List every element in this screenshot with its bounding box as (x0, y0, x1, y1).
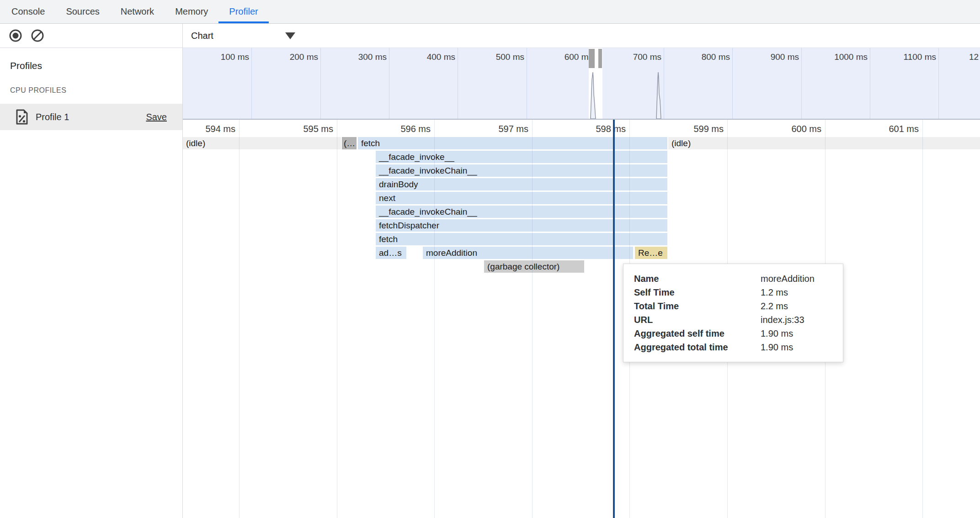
selection-handle[interactable] (589, 49, 595, 68)
timeline-gridline (239, 120, 240, 518)
profiler-toolbar (0, 24, 182, 48)
flame-bar[interactable]: __facade_invoke__ (376, 151, 667, 163)
tab-bar: ConsoleSourcesNetworkMemoryProfiler (0, 0, 980, 24)
tooltip-value: moreAddition (761, 272, 838, 285)
tooltip-row: Aggregated total time1.90 ms (634, 340, 838, 354)
timeline-tick-label: 600 ms (791, 124, 825, 134)
flame-bar[interactable]: (idle) (183, 137, 341, 149)
tooltip-label: Self Time (634, 285, 761, 299)
flame-bar[interactable]: __facade_invokeChain__ (376, 164, 667, 177)
timeline-tick-label: 594 ms (205, 124, 239, 134)
flame-bar[interactable]: (… (342, 137, 357, 149)
tooltip-row: Aggregated self time1.90 ms (634, 327, 838, 340)
tab-network[interactable]: Network (110, 0, 165, 23)
record-button[interactable] (8, 28, 23, 43)
profile-document-icon (16, 109, 28, 125)
flame-bar[interactable]: ad…s (376, 247, 406, 259)
tooltip-label: URL (634, 313, 761, 327)
tab-console[interactable]: Console (1, 0, 55, 23)
profiles-heading: Profiles (10, 60, 182, 71)
tab-memory[interactable]: Memory (165, 0, 218, 23)
timeline-gridline (434, 120, 435, 518)
flame-bar[interactable]: fetchDispatcher (376, 219, 667, 232)
tooltip-label: Aggregated self time (634, 327, 761, 340)
tab-sources[interactable]: Sources (55, 0, 110, 23)
timeline-tick-label: 601 ms (889, 124, 922, 134)
flame-bar[interactable]: next (376, 192, 667, 204)
sidebar: Profiles CPU PROFILES Profile 1 Save (0, 24, 183, 518)
tooltip-row: Total Time2.2 ms (634, 299, 838, 313)
flame-bar[interactable]: moreAddition (423, 247, 633, 259)
frame-details-tooltip: NamemoreAdditionSelf Time1.2 msTotal Tim… (623, 264, 843, 362)
cpu-activity-spikes (183, 48, 980, 119)
tooltip-value: 2.2 ms (761, 299, 838, 313)
selection-handle[interactable] (598, 49, 602, 68)
timeline-tick-label: 597 ms (498, 124, 532, 134)
tooltip-label: Name (634, 272, 761, 285)
overview-timeline[interactable]: 100 ms200 ms300 ms400 ms500 ms600 ms700 … (183, 48, 980, 120)
chart-toolbar: Chart (183, 24, 980, 48)
profiler-main-panel: Chart 100 ms200 ms300 ms400 ms500 ms600 … (183, 24, 980, 518)
tooltip-value: 1.2 ms (761, 285, 838, 299)
timeline-tick-label: 596 ms (400, 124, 434, 134)
timeline-gridline (337, 120, 337, 518)
tooltip-value: 1.90 ms (761, 327, 838, 340)
tooltip-value: index.js:33 (761, 313, 838, 327)
flame-bar[interactable]: (garbage collector) (484, 260, 584, 273)
flame-bar[interactable]: __facade_invokeChain__ (376, 206, 667, 218)
flame-bar[interactable]: fetch (376, 233, 667, 245)
timeline-tick-label: 595 ms (303, 124, 337, 134)
flame-bar[interactable]: (idle) (668, 137, 980, 149)
timeline-gridline (532, 120, 533, 518)
record-icon (9, 29, 22, 42)
tooltip-row: URLindex.js:33 (634, 313, 838, 327)
profile-name: Profile 1 (36, 112, 146, 122)
cpu-profiles-section-label: CPU PROFILES (10, 86, 182, 95)
tooltip-label: Total Time (634, 299, 761, 313)
flame-bar[interactable]: Re…e (635, 247, 667, 259)
tab-profiler[interactable]: Profiler (218, 0, 268, 23)
tooltip-value: 1.90 ms (761, 340, 838, 354)
save-profile-link[interactable]: Save (146, 112, 167, 122)
chevron-down-icon (285, 32, 295, 39)
tooltip-row: NamemoreAddition (634, 272, 838, 285)
flame-chart: 594 ms595 ms596 ms597 ms598 ms599 ms600 … (183, 120, 980, 518)
timeline-tick-label: 599 ms (693, 124, 727, 134)
view-mode-label: Chart (191, 31, 213, 41)
tooltip-label: Aggregated total time (634, 340, 761, 354)
clear-icon (31, 29, 44, 42)
current-time-marker[interactable] (613, 120, 615, 518)
flame-bar[interactable]: fetch (358, 137, 667, 149)
timeline-gridline (922, 120, 923, 518)
sidebar-item-profile-1[interactable]: Profile 1 Save (0, 104, 182, 130)
flame-bar[interactable]: drainBody (376, 178, 667, 190)
tooltip-row: Self Time1.2 ms (634, 285, 838, 299)
view-mode-select[interactable]: Chart (191, 24, 295, 48)
clear-button[interactable] (30, 28, 45, 43)
